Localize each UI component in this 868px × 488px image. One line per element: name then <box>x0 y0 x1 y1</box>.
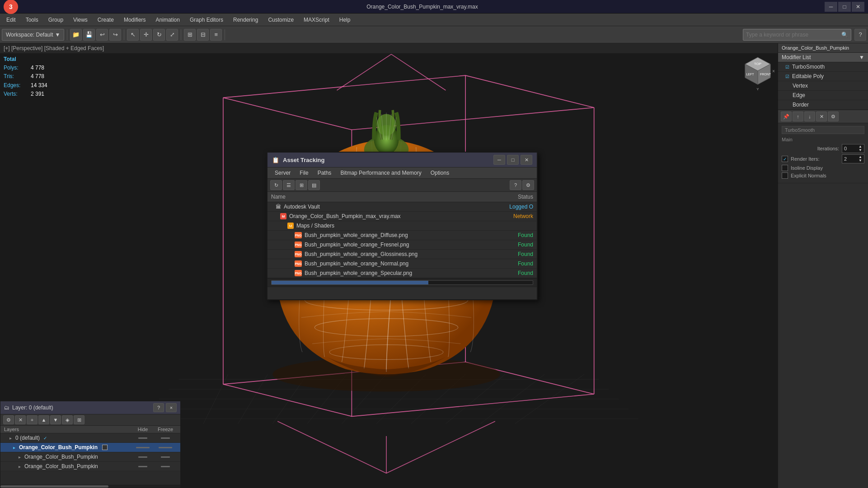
menu-create[interactable]: Create <box>93 15 118 24</box>
asset-list-view-button[interactable]: ☰ <box>283 180 295 190</box>
maximize-button[interactable]: □ <box>838 2 851 12</box>
modifier-vertex[interactable]: Vertex <box>778 81 868 91</box>
minimize-button[interactable]: ─ <box>825 2 837 12</box>
table-row[interactable]: PNG Bush_pumpkin_whole_orange_Normal.png… <box>267 259 537 269</box>
asset-menu-bitmap[interactable]: Bitmap Performance and Memory <box>337 169 425 177</box>
asset-help-button[interactable]: ? <box>510 180 521 190</box>
modifier-turbosmooth[interactable]: ☑ TurboSmooth <box>778 62 868 72</box>
isoline-checkbox[interactable] <box>782 165 788 171</box>
table-row[interactable]: PNG Bush_pumpkin_whole_orange_Fresnel.pn… <box>267 240 537 250</box>
snap-button[interactable]: ⊞ <box>184 29 196 41</box>
layer-row-child1[interactable]: ▸ Orange_Color_Bush_Pumpkin <box>0 452 180 462</box>
layer-icon-child2: ▸ <box>19 464 21 469</box>
asset-minimize-button[interactable]: ─ <box>493 155 505 165</box>
asset-status-cell <box>492 221 537 231</box>
table-row[interactable]: 🏛 Autodesk Vault Logged O <box>267 202 537 212</box>
undo-button[interactable]: ↩ <box>96 29 108 41</box>
modifier-edge[interactable]: Edge <box>778 91 868 100</box>
menu-animation[interactable]: Animation <box>151 15 184 24</box>
asset-close-button[interactable]: ✕ <box>521 155 532 165</box>
modifier-label5: Border <box>793 102 809 108</box>
search-bar[interactable]: 🔍 <box>743 29 851 41</box>
menu-tools[interactable]: Tools <box>21 15 43 24</box>
table-row[interactable]: PNG Bush_pumpkin_whole_orange_Glossiness… <box>267 250 537 259</box>
layer-delete-button[interactable]: ✕ <box>15 415 26 424</box>
menu-group[interactable]: Group <box>44 15 68 24</box>
help-button[interactable]: ? <box>854 29 866 41</box>
layers-close-button[interactable]: × <box>166 403 177 412</box>
rp-move-up-button[interactable]: ↑ <box>793 112 803 121</box>
asset-grid-view-button[interactable]: ▤ <box>308 180 320 190</box>
col-status-header: Status <box>492 192 537 202</box>
render-iters-field[interactable]: 2 ▲▼ <box>842 154 864 163</box>
rp-pin-button[interactable]: 📌 <box>781 112 792 121</box>
rp-move-down-button[interactable]: ↓ <box>804 112 815 121</box>
rp-delete-button[interactable]: ✕ <box>816 112 827 121</box>
layer-row-pumpkin[interactable]: ▸ Orange_Color_Bush_Pumpkin <box>0 443 180 452</box>
modifier-label2: Editable Poly <box>792 73 824 79</box>
table-row[interactable]: M Maps / Shaders <box>267 221 537 231</box>
layer-move-down-button[interactable]: ▼ <box>50 415 61 424</box>
mod-section-turbosmooth: TurboSmooth <box>782 126 864 134</box>
menu-rendering[interactable]: Rendering <box>229 15 263 24</box>
close-button[interactable]: ✕ <box>852 2 864 12</box>
svg-text:Y: Y <box>756 87 759 91</box>
modifier-border[interactable]: Border <box>778 100 868 110</box>
render-iters-spinner[interactable]: ▲▼ <box>859 155 862 163</box>
menu-views[interactable]: Views <box>69 15 92 24</box>
layers-scrollbar[interactable] <box>0 485 180 488</box>
layer-settings-button[interactable]: ⚙ <box>3 415 14 424</box>
layers-help-button[interactable]: ? <box>153 403 164 412</box>
menu-customize[interactable]: Customize <box>263 15 298 24</box>
move-button[interactable]: ✛ <box>140 29 152 41</box>
save-file-button[interactable]: 💾 <box>83 29 95 41</box>
mirror-button[interactable]: ⊟ <box>197 29 209 41</box>
iterations-field[interactable]: 0 ▲▼ <box>842 144 864 153</box>
layer-icon-pumpkin: ▸ <box>13 445 15 450</box>
asset-menu-file[interactable]: File <box>296 169 312 177</box>
scale-button[interactable]: ⤢ <box>166 29 178 41</box>
asset-menu-server[interactable]: Server <box>271 169 294 177</box>
rp-config-button[interactable]: ⚙ <box>828 112 839 121</box>
iterations-spinner[interactable]: ▲▼ <box>859 145 862 152</box>
align-button[interactable]: ≡ <box>210 29 222 41</box>
table-row[interactable]: PNG Bush_pumpkin_whole_orange_Specular.p… <box>267 269 537 278</box>
menu-modifiers[interactable]: Modifiers <box>119 15 150 24</box>
table-row[interactable]: M Orange_Color_Bush_Pumpkin_max_vray.max… <box>267 212 537 221</box>
layer-color-swatch <box>102 445 108 450</box>
table-row[interactable]: PNG Bush_pumpkin_whole_orange_Diffuse.pn… <box>267 231 537 240</box>
render-iters-checkbox[interactable]: ✓ <box>782 156 788 162</box>
viewport[interactable]: [+] [Perspective] [Shaded + Edged Faces]… <box>0 43 778 488</box>
mod-main-label: Main <box>782 136 864 144</box>
layer-row-default[interactable]: ▸ 0 (default) ✓ <box>0 433 180 443</box>
asset-menu-paths[interactable]: Paths <box>314 169 335 177</box>
rotate-button[interactable]: ↻ <box>153 29 165 41</box>
workspace-dropdown[interactable]: Workspace: Default ▼ <box>2 29 64 41</box>
asset-menu-options[interactable]: Options <box>427 169 453 177</box>
select-button[interactable]: ↖ <box>127 29 139 41</box>
asset-maximize-button[interactable]: □ <box>507 155 519 165</box>
open-file-button[interactable]: 📁 <box>70 29 82 41</box>
asset-refresh-button[interactable]: ↻ <box>270 180 282 190</box>
asset-status-cell: Network <box>492 212 537 221</box>
explicit-normals-checkbox[interactable] <box>782 172 788 179</box>
layer-row-child2[interactable]: ▸ Orange_Color_Bush_Pumpkin <box>0 462 180 471</box>
asset-settings-button[interactable]: ⚙ <box>522 180 534 190</box>
search-input[interactable] <box>746 32 841 38</box>
menu-maxscript[interactable]: MAXScript <box>299 15 334 24</box>
layer-move-up-button[interactable]: ▲ <box>38 415 49 424</box>
layer-add-button[interactable]: + <box>27 415 38 424</box>
app-logo: 3 <box>4 0 18 14</box>
modifier-editable-poly[interactable]: ☑ Editable Poly <box>778 72 868 81</box>
redo-button[interactable]: ↪ <box>109 29 121 41</box>
menu-graph-editors[interactable]: Graph Editors <box>185 15 228 24</box>
svg-line-52 <box>391 54 446 90</box>
layer-filter-button[interactable]: ⊞ <box>74 415 84 424</box>
layer-select-button[interactable]: ◈ <box>62 415 73 424</box>
search-icon: 🔍 <box>841 32 848 38</box>
view-cube[interactable]: TOP FRONT LEFT Y X <box>740 55 776 91</box>
layers-scroll-thumb[interactable] <box>0 485 108 488</box>
menu-edit[interactable]: Edit <box>2 15 20 24</box>
asset-detail-view-button[interactable]: ⊞ <box>296 180 307 190</box>
menu-help[interactable]: Help <box>335 15 355 24</box>
